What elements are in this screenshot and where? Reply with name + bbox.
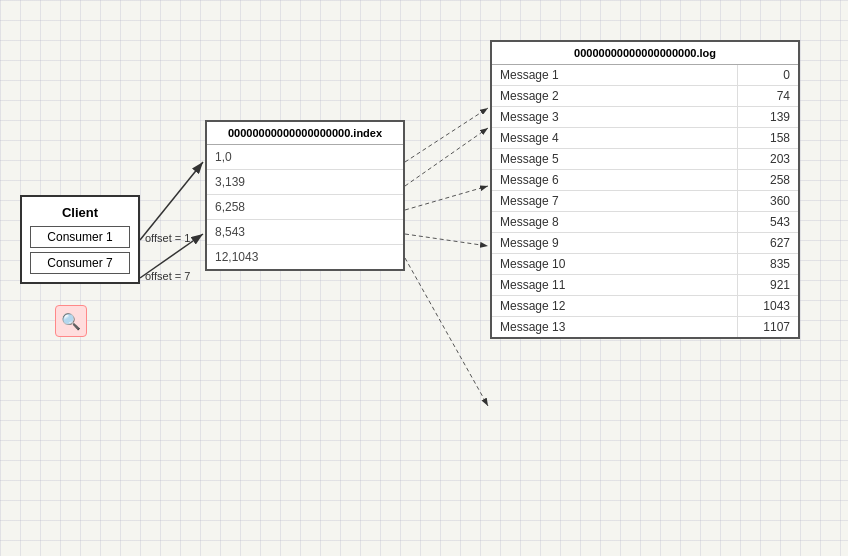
log-offset-value: 139 bbox=[738, 107, 798, 127]
log-offset-value: 1107 bbox=[738, 317, 798, 337]
client-title: Client bbox=[30, 205, 130, 220]
consumer-1-button[interactable]: Consumer 1 bbox=[30, 226, 130, 248]
svg-line-4 bbox=[405, 108, 488, 162]
log-message: Message 6 bbox=[492, 170, 738, 190]
log-offset-value: 921 bbox=[738, 275, 798, 295]
log-row: Message 3 139 bbox=[492, 107, 798, 128]
svg-line-7 bbox=[405, 234, 488, 246]
log-offset-value: 0 bbox=[738, 65, 798, 85]
log-title: 00000000000000000000.log bbox=[492, 42, 798, 65]
log-row: Message 13 1107 bbox=[492, 317, 798, 337]
index-row-2: 6,258 bbox=[207, 195, 403, 220]
log-row: Message 5 203 bbox=[492, 149, 798, 170]
log-message: Message 11 bbox=[492, 275, 738, 295]
log-row: Message 7 360 bbox=[492, 191, 798, 212]
log-row: Message 11 921 bbox=[492, 275, 798, 296]
log-offset-value: 835 bbox=[738, 254, 798, 274]
svg-line-6 bbox=[405, 186, 488, 210]
log-row: Message 1 0 bbox=[492, 65, 798, 86]
log-offset-value: 258 bbox=[738, 170, 798, 190]
client-box: Client Consumer 1 Consumer 7 bbox=[20, 195, 140, 284]
log-offset-value: 627 bbox=[738, 233, 798, 253]
offset-label-1: offset = 1 bbox=[145, 232, 190, 244]
log-offset-value: 74 bbox=[738, 86, 798, 106]
log-message: Message 4 bbox=[492, 128, 738, 148]
log-message: Message 3 bbox=[492, 107, 738, 127]
log-offset-value: 203 bbox=[738, 149, 798, 169]
log-offset-value: 543 bbox=[738, 212, 798, 232]
diagram-container: Client Consumer 1 Consumer 7 offset = 1 … bbox=[0, 0, 848, 556]
index-row-3: 8,543 bbox=[207, 220, 403, 245]
index-box: 00000000000000000000.index 1,0 3,139 6,2… bbox=[205, 120, 405, 271]
svg-line-8 bbox=[405, 258, 488, 406]
log-message: Message 9 bbox=[492, 233, 738, 253]
log-message: Message 12 bbox=[492, 296, 738, 316]
log-row: Message 8 543 bbox=[492, 212, 798, 233]
index-title: 00000000000000000000.index bbox=[207, 122, 403, 145]
offset-label-7: offset = 7 bbox=[145, 270, 190, 282]
log-row: Message 6 258 bbox=[492, 170, 798, 191]
log-message: Message 2 bbox=[492, 86, 738, 106]
svg-line-2 bbox=[140, 162, 203, 240]
log-row: Message 12 1043 bbox=[492, 296, 798, 317]
index-row-4: 12,1043 bbox=[207, 245, 403, 269]
log-message: Message 13 bbox=[492, 317, 738, 337]
log-row: Message 10 835 bbox=[492, 254, 798, 275]
index-row-0: 1,0 bbox=[207, 145, 403, 170]
log-offset-value: 360 bbox=[738, 191, 798, 211]
log-row: Message 2 74 bbox=[492, 86, 798, 107]
log-message: Message 10 bbox=[492, 254, 738, 274]
log-row: Message 9 627 bbox=[492, 233, 798, 254]
consumer-7-button[interactable]: Consumer 7 bbox=[30, 252, 130, 274]
log-box: 00000000000000000000.log Message 1 0 Mes… bbox=[490, 40, 800, 339]
log-message: Message 1 bbox=[492, 65, 738, 85]
search-icon: 🔍 bbox=[55, 305, 87, 337]
svg-line-5 bbox=[405, 128, 488, 186]
log-message: Message 8 bbox=[492, 212, 738, 232]
log-message: Message 5 bbox=[492, 149, 738, 169]
index-row-1: 3,139 bbox=[207, 170, 403, 195]
log-row: Message 4 158 bbox=[492, 128, 798, 149]
log-offset-value: 158 bbox=[738, 128, 798, 148]
log-message: Message 7 bbox=[492, 191, 738, 211]
log-offset-value: 1043 bbox=[738, 296, 798, 316]
